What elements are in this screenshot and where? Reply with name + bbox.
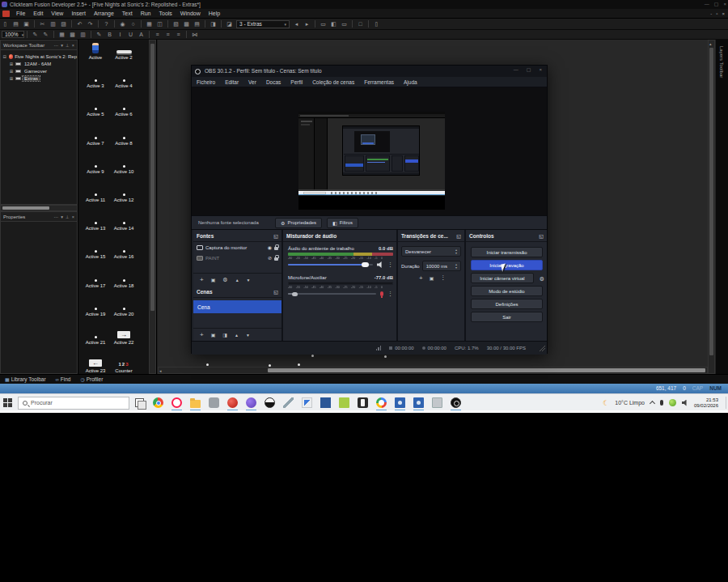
object-item-active-12[interactable]: Active 12 xyxy=(110,185,138,202)
transition-select[interactable]: Desvanecer ▴▾ xyxy=(401,246,461,257)
fusion-window-2-icon[interactable] xyxy=(413,397,425,409)
obs-icon[interactable] xyxy=(450,397,462,409)
kebab-menu-icon[interactable]: ⋮ xyxy=(387,291,393,297)
align-right-icon[interactable]: ≡ xyxy=(174,30,183,39)
gray-window-icon[interactable] xyxy=(431,397,443,409)
transitions-header[interactable]: Transições de ce... ◱ xyxy=(398,230,464,242)
object-item-active[interactable]: Active xyxy=(82,42,109,60)
event-list-editor-icon[interactable]: ▩ xyxy=(182,19,191,28)
next-frame-icon[interactable]: ▸ xyxy=(303,19,311,28)
layers-toolbar-collapsed[interactable]: Layers Toolbar xyxy=(715,40,728,374)
tree-item-12am---6am[interactable]: ⊞12AM - 6AM xyxy=(2,60,77,67)
grid-setup-icon[interactable]: ▥ xyxy=(78,30,87,39)
scene-item[interactable]: Cena xyxy=(193,300,281,313)
popout-icon[interactable]: ◱ xyxy=(273,233,278,239)
close-icon[interactable]: × xyxy=(72,40,74,49)
purple-app-icon[interactable] xyxy=(245,397,257,409)
object-item-active-15[interactable]: Active 15 xyxy=(82,241,109,259)
pen-icon[interactable]: ✎ xyxy=(31,30,40,39)
blue-app-icon[interactable] xyxy=(320,397,332,409)
popout-icon[interactable]: ◱ xyxy=(456,233,461,239)
align-left-icon[interactable]: ≡ xyxy=(153,30,162,39)
menu-run[interactable]: Run xyxy=(137,9,155,18)
add-source-icon[interactable]: + xyxy=(200,274,204,287)
obs-menu-item[interactable]: Ferramentas xyxy=(359,77,399,87)
italic-icon[interactable]: I xyxy=(116,30,125,39)
start-button[interactable] xyxy=(3,398,12,407)
save-icon[interactable]: ▣ xyxy=(22,19,31,28)
tab-find[interactable]: ∞Find xyxy=(51,375,76,384)
object-item-active-4[interactable]: Active 4 xyxy=(110,70,138,88)
collapse-icon[interactable]: ▾ xyxy=(61,40,63,49)
close-icon[interactable]: × xyxy=(72,212,74,221)
source-properties-gear-icon[interactable]: ⚙ xyxy=(222,274,227,287)
show-desktop-button[interactable] xyxy=(726,397,726,409)
epic-games-icon[interactable] xyxy=(357,397,369,409)
paste-icon[interactable]: ▨ xyxy=(59,19,68,28)
object-item-active-14[interactable]: Active 14 xyxy=(110,213,138,231)
volume-slider[interactable] xyxy=(288,293,376,295)
pin-icon[interactable]: ⊥ xyxy=(66,212,70,221)
add-transition-icon[interactable]: + xyxy=(419,274,423,282)
object-item-active-18[interactable]: Active 18 xyxy=(110,270,138,288)
kebab-menu-icon[interactable]: ⋮ xyxy=(440,274,446,282)
menu-arrange[interactable]: Arrange xyxy=(90,9,118,18)
hidden-icons-chevron[interactable] xyxy=(650,401,655,406)
exit-button[interactable]: Sair xyxy=(471,312,543,322)
popout-icon[interactable]: ◱ xyxy=(273,289,278,295)
opera-gx-icon[interactable] xyxy=(171,397,183,409)
workspace-toolbar-header[interactable]: Workspace Toolbar ⋯▾⊥× xyxy=(1,40,77,50)
dock-dots-icon[interactable]: ⋯ xyxy=(54,212,59,221)
tray-mic-icon[interactable] xyxy=(660,400,663,406)
frame-object-dot[interactable] xyxy=(298,363,300,366)
object-item-active-7[interactable]: Active 7 xyxy=(82,128,109,146)
object-list-vscrollbar[interactable] xyxy=(149,40,156,374)
source-item[interactable]: Captura do monitor◉ xyxy=(193,242,281,253)
previous-frame-icon[interactable]: ◂ xyxy=(292,19,301,28)
object-item-active-21[interactable]: Active 21 xyxy=(82,327,109,345)
frame-selector-combo[interactable]: 3 - Extras▾ xyxy=(236,20,290,28)
storyboard-editor-icon[interactable]: ▦ xyxy=(145,19,154,28)
frame-object-dot[interactable] xyxy=(384,355,387,358)
minimize-button[interactable]: — xyxy=(514,66,518,74)
taskbar-search[interactable]: Procurar xyxy=(18,397,129,410)
tray-speaker-icon[interactable] xyxy=(682,400,688,406)
window-icon[interactable]: □ xyxy=(356,19,365,28)
spinner-icons[interactable]: ▴▾ xyxy=(455,249,457,254)
maximize-button[interactable]: ▢ xyxy=(527,66,531,74)
mdi-close-button[interactable]: × xyxy=(722,9,725,18)
object-item-active-19[interactable]: Active 19 xyxy=(82,299,109,316)
speaker-icon[interactable] xyxy=(377,261,383,268)
settings-button[interactable]: Definições xyxy=(471,299,543,309)
g-app-icon[interactable] xyxy=(375,397,387,409)
spinner-icons[interactable]: ▴▾ xyxy=(455,263,457,269)
copy-icon[interactable]: ▥ xyxy=(49,19,57,28)
file-explorer-icon[interactable] xyxy=(189,397,201,409)
lock-icon[interactable] xyxy=(274,247,278,250)
editor-hscrollbar[interactable]: ◂ xyxy=(158,367,708,374)
object-item-active-6[interactable]: Active 6 xyxy=(110,99,138,117)
object-item-active-20[interactable]: Active 20 xyxy=(110,299,138,316)
expand-icon[interactable]: ⊞ xyxy=(9,69,14,74)
menu-edit[interactable]: Edit xyxy=(29,9,47,18)
mdi-restore-button[interactable]: ▫ xyxy=(716,9,717,18)
workspace-hscrollbar[interactable] xyxy=(0,205,78,211)
object-item-active-8[interactable]: Active 8 xyxy=(110,128,138,146)
weather-moon-icon[interactable]: ☾ xyxy=(603,399,609,407)
expand-icon[interactable]: ⊟ xyxy=(2,54,7,59)
tree-root-item[interactable]: ⊟ Five Nights at Sonic's 2: Rep xyxy=(2,53,77,60)
controls-header[interactable]: Controlos ◱ xyxy=(466,230,547,242)
pin-icon[interactable]: ⊥ xyxy=(66,40,70,49)
scenes-dock-header[interactable]: Cenas ◱ xyxy=(193,286,281,298)
object-item-active-11[interactable]: Active 11 xyxy=(82,185,109,202)
frame-editor-icon[interactable]: ◫ xyxy=(155,19,164,28)
obs-menu-item[interactable]: Coleção de cenas xyxy=(307,77,359,87)
eye-off-icon[interactable]: ⊘ xyxy=(268,255,272,261)
move-up-icon[interactable]: ▲ xyxy=(235,329,239,342)
mic-muted-icon[interactable] xyxy=(380,291,383,296)
remove-scene-icon[interactable]: ▣ xyxy=(211,329,216,342)
scroll-left-icon[interactable]: ◂ xyxy=(159,368,162,373)
object-item-active-16[interactable]: Active 16 xyxy=(110,241,138,259)
ball-app-icon[interactable] xyxy=(264,397,276,409)
taskbar-clock[interactable]: 21:53 09/02/2026 xyxy=(694,397,718,409)
